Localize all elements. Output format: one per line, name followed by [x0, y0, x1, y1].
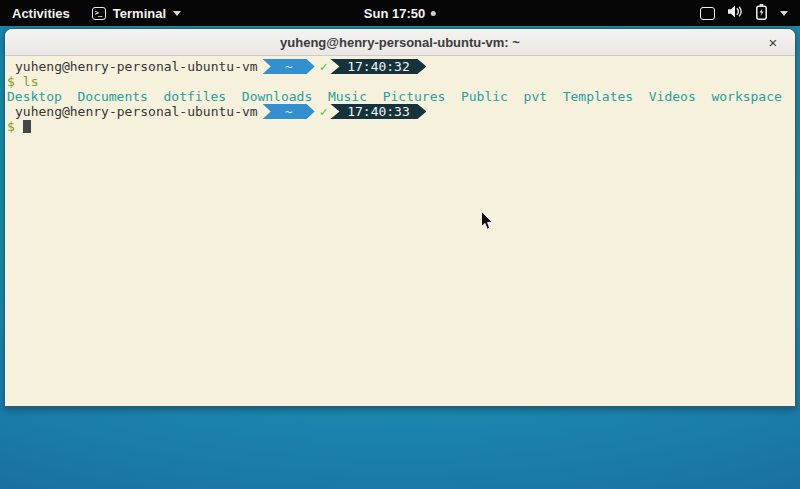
- check-icon: ✓: [320, 104, 328, 119]
- app-menu-button[interactable]: Terminal: [82, 0, 191, 26]
- top-bar-left: Activities Terminal: [0, 0, 191, 26]
- shell-symbol: $: [7, 74, 15, 89]
- window-title: yuheng@henry-personal-ubuntu-vm: ~: [280, 35, 520, 50]
- prompt-time: 17:40:32: [347, 59, 410, 74]
- terminal-icon: [92, 7, 106, 20]
- prompt-line-1: yuheng@henry-personal-ubuntu-vm ~ ✓ 17:4…: [7, 59, 795, 74]
- window-titlebar[interactable]: yuheng@henry-personal-ubuntu-vm: ~ ×: [5, 29, 795, 56]
- terminal-cursor: [23, 120, 31, 133]
- shell-symbol: $: [7, 119, 15, 134]
- system-menu-button[interactable]: [690, 0, 800, 26]
- prompt-time: 17:40:33: [347, 104, 410, 119]
- prompt-path-segment: ~: [263, 104, 315, 119]
- display-icon: [700, 7, 715, 20]
- input-line[interactable]: $: [7, 119, 795, 134]
- prompt-line-2: yuheng@henry-personal-ubuntu-vm ~ ✓ 17:4…: [7, 104, 795, 119]
- top-bar: Activities Terminal Sun 17:50: [0, 0, 800, 26]
- ls-output-line: Desktop Documents dotfiles Downloads Mus…: [7, 89, 795, 104]
- activities-button[interactable]: Activities: [0, 0, 82, 26]
- command-text: ls: [23, 74, 39, 89]
- prompt-time-segment: 17:40:32: [330, 59, 426, 74]
- command-line: $ ls: [7, 74, 795, 89]
- prompt-user: yuheng@henry-personal-ubuntu-vm: [7, 59, 258, 74]
- chevron-down-icon: [780, 11, 788, 16]
- terminal-screen[interactable]: yuheng@henry-personal-ubuntu-vm ~ ✓ 17:4…: [5, 56, 795, 406]
- close-button[interactable]: ×: [759, 29, 787, 55]
- chevron-down-icon: [173, 11, 181, 16]
- volume-icon: [728, 5, 743, 21]
- prompt-time-segment: 17:40:33: [330, 104, 426, 119]
- check-icon: ✓: [320, 59, 328, 74]
- prompt-path-segment: ~: [263, 59, 315, 74]
- clock-button[interactable]: Sun 17:50: [354, 0, 446, 26]
- clock-label: Sun 17:50: [364, 6, 425, 21]
- ls-output: Desktop Documents dotfiles Downloads Mus…: [7, 89, 782, 104]
- app-menu-label: Terminal: [113, 6, 166, 21]
- prompt-path: ~: [285, 104, 293, 119]
- battery-charging-icon: [756, 4, 767, 23]
- notification-dot-icon: [431, 11, 436, 16]
- prompt-user: yuheng@henry-personal-ubuntu-vm: [7, 104, 258, 119]
- terminal-window: yuheng@henry-personal-ubuntu-vm: ~ × yuh…: [4, 28, 796, 408]
- prompt-path: ~: [285, 59, 293, 74]
